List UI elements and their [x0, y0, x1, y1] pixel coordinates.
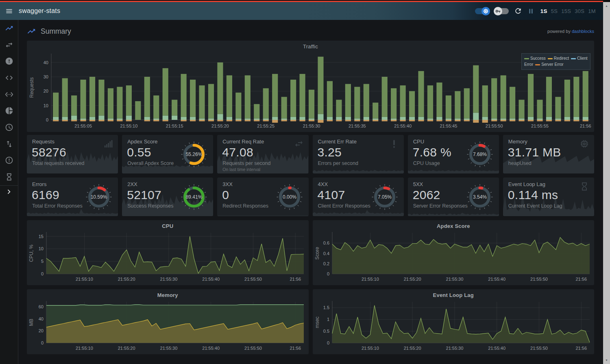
svg-text:7.68%: 7.68% [473, 152, 487, 157]
card-subtitle-2: On last time interval [222, 167, 260, 172]
gauge: 3.54% [466, 184, 493, 210]
svg-text:21:55:10: 21:55:10 [120, 124, 137, 128]
metric-card-5xx: 5XX2062Server Error Responses3.54% [408, 178, 499, 216]
metric-card-current-err-rate: Current Err Rate3.25Errors per second [313, 135, 404, 173]
svg-text:21:55:40: 21:55:40 [202, 346, 220, 351]
memory-chart-panel: Memory0204060MB21:55:1021:55:2021:55:302… [27, 289, 309, 354]
svg-text:21:55:30: 21:55:30 [160, 346, 178, 351]
legend-dash [535, 64, 540, 65]
card-subtitle: Total Error Responses [32, 203, 83, 209]
code-icon [5, 74, 13, 82]
svg-text:21:55:45: 21:55:45 [440, 124, 457, 128]
svg-text:40: 40 [44, 60, 48, 65]
interval-15s[interactable]: 15S [561, 8, 571, 14]
card-subtitle: Overall Apdex Score [127, 160, 174, 166]
svg-text:10: 10 [44, 103, 48, 108]
card-subtitle: Server Error Responses [413, 203, 468, 209]
gauge: 89.41% [181, 184, 207, 210]
svg-text:10: 10 [39, 246, 44, 251]
memory-icon [580, 139, 589, 150]
metric-card-errors: Errors6169Total Error Responses10.59% [27, 178, 118, 216]
svg-text:21:55:30: 21:55:30 [446, 346, 463, 351]
sidebar-item-api-details[interactable] [0, 86, 18, 103]
brightness-icon [481, 7, 490, 15]
chevron-right-icon [4, 187, 13, 196]
svg-text:21:55:35: 21:55:35 [349, 124, 366, 128]
sidebar-expand-button[interactable] [0, 186, 18, 198]
card-title: Apdex Score [127, 139, 157, 145]
svg-text:21:55:40: 21:55:40 [394, 124, 412, 128]
svg-text:60: 60 [39, 304, 44, 309]
svg-text:0.4: 0.4 [323, 251, 329, 256]
panel-title: CPU [27, 220, 309, 229]
cpu-chart: 051015CPU, %21:55:1021:55:2021:55:3021:5… [28, 230, 308, 284]
gauge: 7.05% [371, 184, 398, 210]
pause-icon[interactable] [527, 8, 534, 15]
navbar: swagger-stats 1S5S15S30S1M [0, 2, 603, 20]
interval-1m[interactable]: 1M [588, 8, 596, 14]
svg-text:20: 20 [44, 89, 48, 93]
card-subtitle: Client Error Responses [318, 203, 370, 209]
svg-text:21:55:40: 21:55:40 [202, 277, 220, 282]
interval-30s[interactable]: 30S [575, 8, 584, 14]
card-value: 3.25 [318, 145, 342, 159]
svg-text:0: 0 [41, 340, 44, 345]
svg-text:21:55:40: 21:55:40 [488, 346, 505, 351]
sidebar-item-errors[interactable] [0, 53, 18, 69]
card-subtitle: Current Event Loop Lag [508, 203, 562, 209]
scrollbar[interactable]: ▲ ▼ [603, 2, 610, 364]
svg-text:21:55:20: 21:55:20 [118, 277, 135, 282]
svg-text:21:55:50: 21:55:50 [486, 124, 503, 128]
card-title: Current Req Rate [222, 139, 264, 145]
sidebar-item-requests[interactable] [0, 37, 18, 53]
svg-text:0.6: 0.6 [323, 240, 329, 245]
sidebar-item-api-errors[interactable] [0, 152, 18, 169]
sidebar-item-timeline[interactable] [0, 119, 18, 136]
svg-text:21:55:50: 21:55:50 [530, 277, 548, 282]
hourglass-icon [580, 182, 589, 193]
svg-text:21:56: 21:56 [290, 277, 301, 282]
swap-horiz-icon [5, 41, 13, 49]
svg-text:21:55:55: 21:55:55 [531, 124, 549, 128]
card-title: 3XX [222, 181, 233, 187]
interval-1s[interactable]: 1S [540, 8, 547, 14]
svg-text:21:55:15: 21:55:15 [166, 124, 183, 128]
svg-text:0.5: 0.5 [323, 329, 329, 334]
scroll-up-icon[interactable]: ▲ [603, 3, 610, 9]
clock-icon [5, 123, 13, 132]
interval-5s[interactable]: 5S [551, 8, 558, 14]
settings-ethernet-icon [5, 90, 13, 99]
svg-text:msec: msec [314, 316, 320, 328]
menu-icon[interactable] [0, 7, 18, 15]
sidebar-item-longest-requests[interactable] [0, 169, 18, 185]
page-title: Summary [41, 27, 71, 36]
svg-text:5: 5 [41, 259, 44, 264]
svg-text:0: 0 [46, 117, 48, 122]
gauge: 10.59% [85, 184, 112, 210]
svg-text:0: 0 [327, 271, 329, 276]
svg-text:21:55:30: 21:55:30 [446, 277, 463, 282]
powered-by: powered by dashblocks [547, 29, 594, 34]
dashblocks-link[interactable]: dashblocks [572, 29, 594, 34]
error-icon [5, 57, 13, 65]
traffic-panel: Traffic SuccessRedirectClient ErrorServe… [27, 41, 594, 132]
metric-card-current-req-rate: Current Req Rate47.08Requests per second… [217, 135, 308, 173]
sidebar-item-api[interactable] [0, 69, 18, 86]
svg-text:Score: Score [314, 247, 320, 260]
card-title: Current Err Rate [318, 139, 357, 145]
svg-text:21:56: 21:56 [580, 124, 591, 128]
theme-toggle[interactable] [475, 8, 489, 14]
sidebar-item-rates[interactable] [0, 102, 18, 119]
svg-text:CPU, %: CPU, % [28, 245, 34, 262]
svg-text:0: 0 [327, 340, 329, 345]
trending-up-icon [5, 24, 13, 32]
refresh-icon[interactable] [514, 7, 522, 15]
sidebar-item-payload[interactable] [0, 136, 18, 152]
gauge: 0.00% [276, 184, 303, 210]
card-value: 31.71 MB [508, 145, 561, 159]
svg-text:21:55:10: 21:55:10 [76, 277, 93, 282]
sidebar-item-summary[interactable] [0, 20, 18, 37]
ip-toggle[interactable] [495, 8, 509, 14]
scroll-down-icon[interactable]: ▼ [603, 358, 610, 363]
legend-label: Success [530, 56, 546, 61]
